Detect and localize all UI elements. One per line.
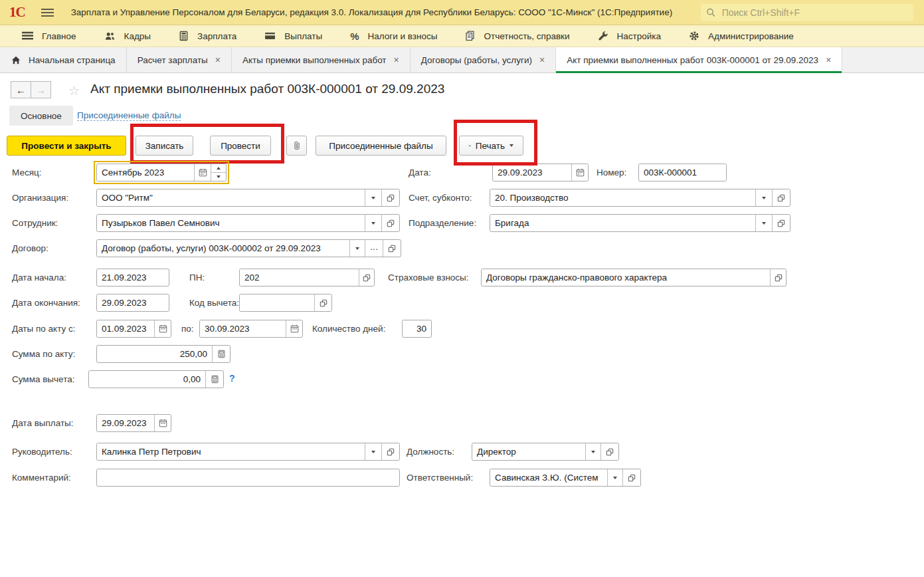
organization-open-button[interactable]: [381, 189, 399, 206]
attached-files-button[interactable]: Присоединенные файлы: [316, 136, 446, 156]
manager-field[interactable]: Калинка Петр Петрович: [96, 443, 400, 461]
organization-dropdown-button[interactable]: [365, 189, 381, 206]
menu-item-administrirovanie[interactable]: Администрирование: [675, 25, 808, 47]
act-sum-value[interactable]: 250,00: [97, 346, 212, 362]
deduction-code-value[interactable]: [240, 294, 314, 311]
contract-field[interactable]: Договор (работы, услуги) 003К-000002 от …: [96, 239, 401, 257]
days-count-value[interactable]: 30: [403, 320, 431, 337]
act-to-value[interactable]: 30.09.2023: [200, 320, 286, 337]
deduction-code-open-button[interactable]: [314, 294, 331, 311]
date-calendar-button[interactable]: [571, 164, 588, 181]
start-date-field[interactable]: 21.09.2023: [96, 269, 169, 287]
act-sum-calc-button[interactable]: [212, 346, 230, 362]
deduction-sum-field[interactable]: 0,00: [88, 370, 224, 388]
responsible-dropdown-button[interactable]: [607, 469, 622, 486]
act-from-field[interactable]: 01.09.2023: [96, 320, 171, 338]
department-open-button[interactable]: [772, 215, 790, 231]
post-and-close-button[interactable]: Провести и закрыть: [7, 136, 126, 156]
employee-dropdown-button[interactable]: [365, 215, 381, 231]
deduction-code-field[interactable]: [239, 294, 332, 312]
close-icon[interactable]: ×: [394, 55, 399, 64]
forward-button[interactable]: →: [31, 81, 51, 98]
comment-value[interactable]: [97, 469, 399, 486]
act-from-calendar-button[interactable]: [154, 320, 171, 337]
act-to-calendar-button[interactable]: [286, 320, 302, 337]
tab-dogovory[interactable]: Договоры (работы, услуги) ×: [411, 47, 556, 72]
responsible-value[interactable]: Савинская З.Ю. (Систем: [490, 469, 607, 486]
tab-akt-priemki-active[interactable]: Акт приемки выполненных работ 003К-00000…: [556, 47, 842, 72]
department-field[interactable]: Бригада: [490, 214, 790, 232]
payment-date-field[interactable]: 29.09.2023: [96, 414, 171, 432]
employee-field[interactable]: Пузырьков Павел Семнович: [96, 214, 400, 232]
menu-item-otchetnost[interactable]: Отчетность, справки: [451, 25, 583, 47]
end-date-value[interactable]: 29.09.2023: [97, 294, 169, 311]
back-button[interactable]: ←: [11, 81, 31, 98]
date-value[interactable]: 29.09.2023: [493, 164, 571, 181]
account-value[interactable]: 20. Производство: [490, 189, 755, 206]
number-field[interactable]: 003К-000001: [638, 164, 727, 181]
menu-item-zarplata[interactable]: Зарплата: [165, 25, 250, 47]
manager-open-button[interactable]: [381, 443, 399, 460]
search-input[interactable]: [721, 7, 908, 19]
save-button[interactable]: Записать: [136, 136, 193, 156]
end-date-field[interactable]: 29.09.2023: [96, 294, 169, 312]
menu-item-glavnoe[interactable]: Главное: [8, 25, 90, 47]
date-field[interactable]: 29.09.2023: [492, 164, 589, 181]
payment-date-value[interactable]: 29.09.2023: [97, 415, 154, 431]
menu-item-nalogi[interactable]: % Налоги и взносы: [336, 25, 451, 47]
act-to-field[interactable]: 30.09.2023: [199, 320, 303, 338]
comment-field[interactable]: [96, 469, 400, 487]
position-open-button[interactable]: [601, 443, 618, 460]
department-value[interactable]: Бригада: [490, 215, 755, 231]
account-dropdown-button[interactable]: [755, 189, 772, 206]
nav-link-attached-files[interactable]: Присоединенные файлы: [77, 110, 181, 121]
manager-dropdown-button[interactable]: [365, 443, 381, 460]
number-value[interactable]: 003К-000001: [639, 164, 726, 181]
main-menu-button[interactable]: [41, 8, 54, 17]
close-icon[interactable]: ×: [215, 55, 221, 64]
act-from-value[interactable]: 01.09.2023: [97, 320, 154, 337]
insurance-field[interactable]: Договоры гражданско-правового характера: [481, 269, 786, 287]
global-search[interactable]: [701, 4, 913, 21]
days-count-field[interactable]: 30: [402, 320, 432, 338]
attach-file-button[interactable]: [286, 136, 307, 156]
menu-item-vyplaty[interactable]: Выплаты: [250, 25, 336, 47]
pn-value[interactable]: 202: [240, 269, 359, 286]
insurance-open-button[interactable]: [770, 269, 786, 286]
close-icon[interactable]: ×: [539, 55, 545, 64]
contract-dropdown-button[interactable]: [349, 240, 365, 257]
tab-akty-priemki[interactable]: Акты приемки выполненных работ ×: [232, 47, 411, 72]
pn-open-button[interactable]: [359, 269, 374, 286]
menu-item-kadry[interactable]: Кадры: [90, 25, 165, 47]
help-icon[interactable]: ?: [229, 373, 235, 384]
start-date-value[interactable]: 21.09.2023: [97, 269, 169, 286]
tab-raschet-zarplaty[interactable]: Расчет зарплаты ×: [127, 47, 232, 72]
organization-value[interactable]: ООО "Ритм": [97, 189, 365, 206]
employee-open-button[interactable]: [381, 215, 399, 231]
account-open-button[interactable]: [772, 189, 790, 206]
print-button[interactable]: Печать: [459, 136, 523, 156]
nav-tab-main[interactable]: Основное: [9, 106, 73, 126]
post-button[interactable]: Провести: [210, 136, 271, 156]
contract-value[interactable]: Договор (работы, услуги) 003К-000002 от …: [97, 240, 349, 257]
month-calendar-button[interactable]: [194, 164, 211, 181]
act-sum-field[interactable]: 250,00: [96, 345, 231, 363]
month-spinner[interactable]: [211, 164, 226, 181]
insurance-value[interactable]: Договоры гражданско-правового характера: [482, 269, 770, 286]
account-field[interactable]: 20. Производство: [490, 189, 790, 207]
deduction-sum-value[interactable]: 0,00: [89, 371, 205, 388]
spin-up-icon[interactable]: [211, 164, 226, 172]
contract-choose-button[interactable]: …: [365, 240, 383, 257]
tab-home[interactable]: Начальная страница: [0, 47, 127, 72]
responsible-field[interactable]: Савинская З.Ю. (Систем: [490, 469, 641, 487]
favorite-star-icon[interactable]: ☆: [68, 84, 80, 97]
menu-item-nastroika[interactable]: Настройка: [584, 25, 675, 47]
deduction-sum-calc-button[interactable]: [205, 371, 223, 388]
pn-field[interactable]: 202: [239, 269, 375, 287]
position-dropdown-button[interactable]: [585, 443, 601, 460]
department-dropdown-button[interactable]: [755, 215, 772, 231]
month-value[interactable]: Сентябрь 2023: [97, 164, 194, 181]
spin-down-icon[interactable]: [211, 172, 226, 181]
month-field[interactable]: Сентябрь 2023: [96, 164, 227, 181]
position-value[interactable]: Директор: [472, 443, 585, 460]
